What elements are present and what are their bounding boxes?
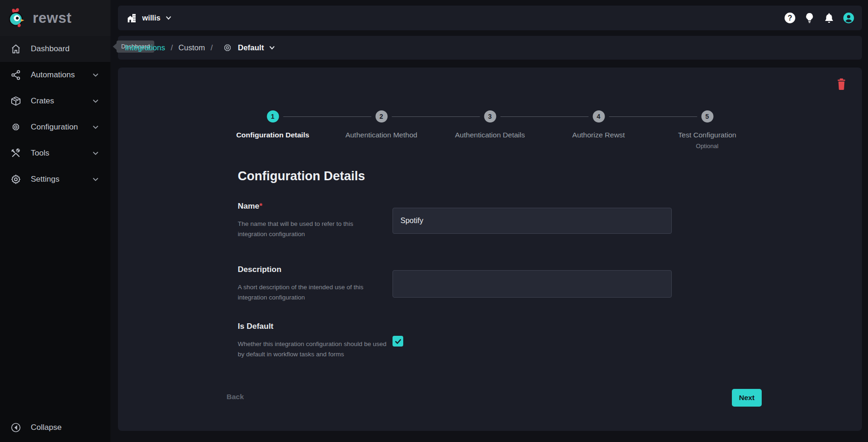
chevron-down-icon [92, 176, 99, 183]
required-asterisk: * [259, 202, 262, 211]
collapse-icon [10, 422, 21, 433]
delete-configuration-icon[interactable] [836, 78, 847, 90]
config-selector[interactable]: Default [222, 42, 276, 54]
step-optional-tag: Optional [696, 143, 718, 150]
step-number: 4 [592, 110, 605, 122]
chevron-down-icon [165, 14, 172, 21]
step-label: Authorize Rewst [572, 131, 625, 139]
sidebar-item-settings[interactable]: Settings [0, 166, 110, 192]
org-switcher[interactable]: willis [126, 13, 172, 24]
topbar: willis ? [118, 6, 862, 30]
configuration-icon [10, 122, 21, 133]
chevron-down-icon [92, 71, 99, 79]
account-icon[interactable] [843, 12, 854, 24]
ideas-icon[interactable] [804, 12, 815, 24]
sidebar-item-label: Crates [31, 96, 83, 106]
back-button[interactable]: Back [227, 393, 244, 401]
name-field-help: The name that will be used to refer to t… [238, 219, 378, 240]
organization-icon [126, 13, 138, 24]
name-input[interactable] [393, 208, 672, 234]
chevron-down-icon [92, 150, 99, 157]
breadcrumb-separator: / [171, 43, 173, 52]
breadcrumb-separator: / [211, 43, 213, 52]
sidebar-item-automations[interactable]: Automations [0, 62, 110, 88]
rewst-rooster-logo-icon [7, 7, 28, 30]
step-number: 1 [267, 110, 279, 122]
sidebar-item-label: Tools [31, 149, 83, 158]
sidebar-item-label: Settings [31, 175, 83, 184]
step-label: Test Configuration [678, 131, 737, 139]
breadcrumb-item-custom[interactable]: Custom [179, 43, 205, 52]
home-icon [10, 43, 21, 54]
current-config-name: Default [238, 43, 264, 52]
automations-icon [10, 69, 21, 81]
sidebar-item-label: Configuration [31, 122, 83, 132]
sidebar-item-crates[interactable]: Crates [0, 88, 110, 114]
chevron-down-icon [269, 44, 276, 51]
sidebar: rewst Dashboard Automations [0, 0, 110, 442]
is-default-field-help: Whether this integration configuration s… [238, 339, 394, 360]
tools-icon [10, 148, 21, 159]
breadcrumb-link-integrations[interactable]: Integrations [125, 43, 165, 52]
sidebar-item-label: Dashboard [31, 44, 99, 54]
step-number: 5 [701, 110, 713, 122]
is-default-field-label: Is Default [238, 322, 792, 331]
description-input[interactable] [393, 270, 672, 298]
wizard-card: 1 Configuration Details 2 Authentication… [118, 68, 862, 431]
checkmark-icon [394, 338, 402, 345]
topbar-actions: ? [784, 12, 854, 24]
step-label: Authentication Details [455, 131, 525, 139]
org-name: willis [142, 14, 160, 22]
app-root: rewst Dashboard Automations [0, 0, 868, 442]
field-row-description: Description A short description of the i… [238, 265, 792, 303]
step-number: 2 [375, 110, 387, 122]
is-default-checkbox[interactable] [393, 336, 403, 347]
sidebar-item-dashboard[interactable]: Dashboard [0, 36, 110, 62]
field-row-is-default: Is Default Whether this integration conf… [238, 322, 792, 360]
sidebar-item-label: Automations [31, 70, 83, 80]
step-number: 3 [484, 110, 496, 122]
notifications-icon[interactable] [823, 12, 835, 24]
chevron-down-icon [92, 123, 99, 131]
brand-name: rewst [33, 10, 71, 27]
step-label: Configuration Details [236, 131, 310, 139]
settings-icon [10, 174, 21, 185]
next-button[interactable]: Next [732, 389, 762, 407]
step-label: Authentication Method [345, 131, 417, 139]
sidebar-collapse-button[interactable]: Collapse [0, 413, 110, 442]
collapse-label: Collapse [31, 423, 62, 432]
sidebar-item-tools[interactable]: Tools [0, 140, 110, 166]
breadcrumb-bar: Dashboard Integrations / Custom / Defaul… [118, 36, 862, 60]
page-title: Configuration Details [238, 169, 365, 184]
field-row-name: Name* The name that will be used to refe… [238, 202, 792, 240]
sidebar-nav: Dashboard Automations Crates [0, 36, 110, 192]
svg-text:?: ? [788, 14, 792, 22]
crates-icon [10, 95, 21, 107]
wizard-stepper: 1 Configuration Details 2 Authentication… [219, 110, 762, 150]
sidebar-item-configuration[interactable]: Configuration [0, 114, 110, 140]
config-badge-icon [222, 42, 233, 54]
tooltip-arrow [113, 43, 117, 50]
breadcrumb: Integrations / Custom / Default [118, 36, 862, 60]
brand-header[interactable]: rewst [0, 0, 110, 36]
step-test-configuration[interactable]: 5 Test Configuration Optional [653, 110, 762, 150]
description-field-help: A short description of the intended use … [238, 282, 378, 303]
chevron-down-icon [92, 97, 99, 105]
help-icon[interactable]: ? [784, 12, 796, 24]
